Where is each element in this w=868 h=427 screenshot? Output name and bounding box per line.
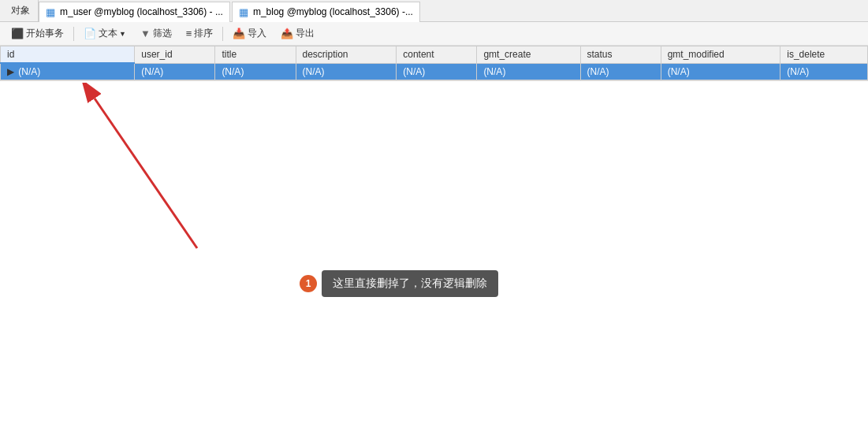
cell-content: (N/A): [397, 63, 477, 80]
filter-icon: ▼: [140, 28, 151, 39]
separator-2: [222, 27, 223, 41]
object-panel-label: 对象: [3, 0, 39, 22]
tab2-label: m_blog @myblog (localhost_3306) -...: [253, 6, 413, 17]
tooltip-text: 这里直接删掉了，没有逻辑删除: [322, 270, 498, 297]
cell-gmt-create-value: (N/A): [483, 66, 505, 77]
grid-icon-1: ▦: [46, 6, 57, 17]
table-row[interactable]: ▶ (N/A) (N/A) (N/A) (N/A) (N/A) (N/A): [1, 63, 868, 80]
col-header-content[interactable]: content: [397, 46, 477, 64]
badge-number-text: 1: [306, 278, 311, 289]
col-header-gmt-create[interactable]: gmt_create: [477, 46, 580, 64]
data-table: id user_id title description content gmt…: [0, 46, 868, 80]
cell-status: (N/A): [580, 63, 661, 80]
begin-transaction-button[interactable]: ⬛ 开始事务: [5, 24, 70, 43]
cell-description: (N/A): [296, 63, 397, 80]
cell-gmt-modified: (N/A): [661, 63, 780, 80]
col-header-description[interactable]: description: [296, 46, 397, 64]
tab1-label: m_user @myblog (localhost_3306) - ...: [60, 6, 223, 17]
separator-1: [73, 27, 74, 41]
import-icon: 📥: [233, 28, 245, 39]
col-header-title[interactable]: title: [215, 46, 296, 64]
import-label: 导入: [248, 27, 266, 40]
cell-content-value: (N/A): [403, 66, 425, 77]
tab-m-user[interactable]: ▦ m_user @myblog (localhost_3306) - ...: [39, 2, 230, 22]
text-icon: 📄: [84, 28, 96, 39]
tooltip-content: 这里直接删掉了，没有逻辑删除: [333, 277, 487, 289]
import-button[interactable]: 📥 导入: [226, 24, 273, 43]
col-header-gmt-modified[interactable]: gmt_modified: [661, 46, 780, 64]
export-label: 导出: [296, 27, 315, 40]
data-table-container: id user_id title description content gmt…: [0, 46, 868, 81]
toolbar: ⬛ 开始事务 📄 文本 ▼ ▼ 筛选 ≡ 排序 📥 导入 📤 导出: [0, 22, 868, 46]
cell-gmt-modified-value: (N/A): [668, 66, 690, 77]
sort-icon: ≡: [186, 28, 192, 39]
text-button[interactable]: 📄 文本 ▼: [77, 24, 132, 43]
filter-button[interactable]: ▼ 筛选: [134, 24, 178, 43]
transaction-icon: ⬛: [11, 28, 24, 39]
cell-is-delete-value: (N/A): [787, 66, 809, 77]
cell-title: (N/A): [215, 63, 296, 80]
cell-status-value: (N/A): [587, 66, 609, 77]
begin-transaction-label: 开始事务: [26, 27, 64, 40]
export-button[interactable]: 📤 导出: [274, 24, 321, 43]
cell-is-delete: (N/A): [780, 63, 868, 80]
row-arrow: ▶: [7, 66, 14, 77]
cell-user-id: (N/A): [135, 63, 215, 80]
grid-icon-2: ▦: [239, 6, 250, 17]
svg-line-1: [95, 98, 197, 248]
badge-number: 1: [300, 275, 317, 292]
cell-id: ▶ (N/A): [1, 63, 135, 80]
text-dropdown-icon: ▼: [119, 30, 126, 38]
object-label: 对象: [11, 4, 30, 17]
cell-title-value: (N/A): [222, 66, 244, 77]
cell-gmt-create: (N/A): [477, 63, 580, 80]
table-header-row: id user_id title description content gmt…: [1, 46, 868, 64]
annotation-arrow-svg: [79, 83, 284, 256]
content-area: 1 这里直接删掉了，没有逻辑删除 https://blog.csdn.net/g…: [0, 81, 868, 427]
col-header-is-delete[interactable]: is_delete: [780, 46, 868, 64]
annotation-tooltip: 1 这里直接删掉了，没有逻辑删除: [300, 270, 498, 297]
tab-bar: 对象 ▦ m_user @myblog (localhost_3306) - .…: [0, 0, 868, 22]
text-label: 文本: [99, 27, 117, 40]
col-header-id[interactable]: id: [1, 46, 135, 64]
cell-user-id-value: (N/A): [141, 66, 163, 77]
export-icon: 📤: [281, 28, 293, 39]
col-header-user-id[interactable]: user_id: [135, 46, 215, 64]
sort-label: 排序: [194, 27, 213, 40]
filter-label: 筛选: [153, 27, 172, 40]
cell-description-value: (N/A): [303, 66, 325, 77]
tab-m-blog[interactable]: ▦ m_blog @myblog (localhost_3306) -...: [232, 2, 420, 22]
col-header-status[interactable]: status: [580, 46, 661, 64]
cell-id-value: (N/A): [18, 66, 40, 77]
sort-button[interactable]: ≡ 排序: [180, 24, 220, 43]
